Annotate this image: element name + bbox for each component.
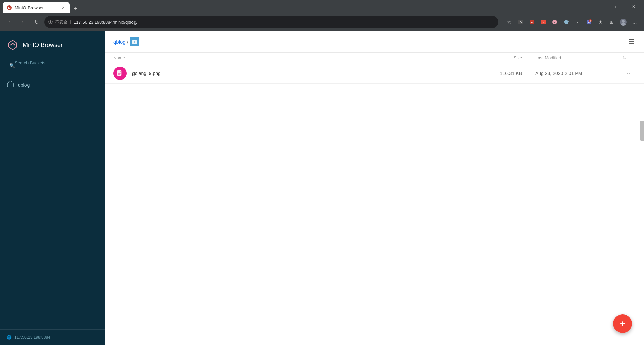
app-container: MinIO Browser 🔍 qblog 🌐 117.50.23.198:88… [0,31,644,345]
svg-text:+: + [133,40,136,44]
name-label: Name [113,55,125,60]
col-name-header: Name [113,55,475,60]
url-text: 117.50.23.198:8884/minio/qblog/ [74,20,494,25]
file-actions-cell: ··· [623,69,636,78]
file-size: 116.31 KB [475,71,535,76]
table-header: Name Size Last Modified ⇅ [105,53,644,63]
new-tab-button[interactable]: + [71,4,80,13]
svg-text:♥: ♥ [554,21,556,24]
search-container: 🔍 [0,58,105,74]
bucket-item-qblog[interactable]: qblog [0,76,105,93]
svg-point-16 [622,20,625,23]
right-edge-tab [640,121,644,141]
sidebar-title: MinIO Browser [23,42,63,49]
bucket-list: qblog [0,74,105,329]
window-controls: — □ ✕ [592,1,641,12]
extension-icon-7[interactable]: P 3 [584,17,594,27]
new-folder-icon[interactable]: + [130,37,139,46]
svg-text:3: 3 [590,20,591,22]
server-url: 117.50.23.198:8884 [14,335,50,340]
table-row[interactable]: golang_9.png 116.31 KB Aug 23, 2020 2:01… [105,63,644,84]
sidebar-footer: 🌐 117.50.23.198:8884 [0,329,105,345]
sort-icon[interactable]: ⇅ [623,56,626,60]
breadcrumb: qblog / + [113,37,139,46]
tab-bar: M MinIO Browser ✕ + [3,0,80,13]
tab-title: MinIO Browser [15,5,58,10]
col-size-header: Size [475,55,535,60]
file-more-button[interactable]: ··· [625,69,633,78]
file-name: golang_9.png [132,71,161,76]
file-type-icon [113,67,127,80]
reload-button[interactable]: ↻ [31,17,42,27]
content-header: qblog / + ☰ [105,31,644,53]
back-button[interactable]: ‹ [4,17,15,27]
size-label: Size [514,55,522,60]
file-table: Name Size Last Modified ⇅ golan [105,53,644,345]
svg-text:D: D [520,21,522,24]
upload-fab[interactable]: + [613,314,632,333]
tab-favicon: M [7,5,12,10]
forward-button[interactable]: › [17,17,28,27]
svg-text:B: B [531,21,533,24]
extension-icon-5[interactable] [561,17,572,27]
svg-text:M: M [8,6,11,10]
breadcrumb-bucket-link[interactable]: qblog [113,39,126,45]
tab-close-button[interactable]: ✕ [60,5,66,10]
col-modified-header: Last Modified [535,55,623,60]
breadcrumb-separator: / [127,39,128,45]
maximize-button[interactable]: □ [609,1,625,12]
close-window-button[interactable]: ✕ [626,1,641,12]
search-input[interactable] [5,58,100,68]
globe-icon: 🌐 [7,335,12,340]
minio-logo [7,39,19,51]
svg-rect-23 [118,73,121,74]
extension-icon-6[interactable]: ‹ [572,17,583,27]
svg-rect-24 [118,74,120,75]
bookmark-star-icon[interactable]: ☆ [504,17,515,27]
bucket-name-qblog: qblog [18,82,30,88]
minimize-button[interactable]: — [592,1,608,12]
bucket-icon [7,80,14,89]
settings-menu-icon[interactable]: … [629,17,640,27]
extension-icon-4[interactable]: ♥ [549,17,560,27]
main-content: qblog / + ☰ Name Size Last Modified [105,31,644,345]
extension-icon-2[interactable]: B [527,17,537,27]
sidebar: MinIO Browser 🔍 qblog 🌐 117.50.23.198:88… [0,31,105,345]
favorites-icon[interactable]: ★ [595,17,606,27]
url-separator: | [70,20,71,24]
address-bar-row: ‹ › ↻ ⓘ 不安全 | 117.50.23.198:8884/minio/q… [0,13,644,31]
security-icon: ⓘ [48,19,53,25]
toolbar-icons: ☆ D B A ♥ ‹ P 3 ★ ⊞ … [504,17,640,27]
svg-marker-10 [564,20,569,24]
profile-icon[interactable] [618,17,629,27]
browser-chrome: M MinIO Browser ✕ + — □ ✕ [0,0,644,13]
sidebar-header: MinIO Browser [0,31,105,58]
svg-point-17 [621,23,626,26]
file-modified: Aug 23, 2020 2:01 PM [535,71,623,76]
address-bar[interactable]: ⓘ 不安全 | 117.50.23.198:8884/minio/qblog/ [44,16,498,28]
svg-text:A: A [542,21,544,24]
collections-icon[interactable]: ⊞ [606,17,617,27]
extension-icon-1[interactable]: D [515,17,526,27]
search-icon: 🔍 [9,63,15,68]
security-text: 不安全 [55,19,67,25]
extension-icon-3[interactable]: A [538,17,549,27]
active-tab[interactable]: M MinIO Browser ✕ [3,2,70,13]
header-menu-button[interactable]: ☰ [627,36,636,47]
modified-label: Last Modified [535,55,561,60]
svg-rect-18 [7,83,13,87]
file-name-cell: golang_9.png [113,67,475,80]
col-actions-header: ⇅ [623,55,636,60]
